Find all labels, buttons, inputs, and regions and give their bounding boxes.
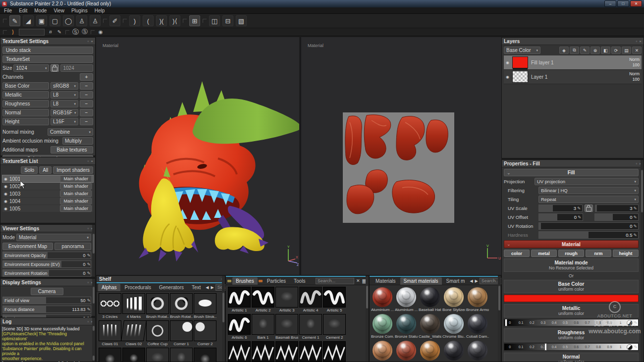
popout-icon[interactable]: ▫ — [87, 39, 89, 44]
scrollbar[interactable] — [641, 160, 644, 362]
shelf-item[interactable]: 4 Marks — [122, 293, 145, 319]
shelf-item[interactable]: Artistic 5 — [323, 287, 346, 313]
shelf-item[interactable]: Brush Strok.. — [194, 293, 216, 319]
viewer-mode-dropdown[interactable]: Material▾ — [16, 234, 91, 241]
projection-dropdown[interactable]: UV projection▾ — [535, 178, 639, 185]
layer-row[interactable]: ◉ Layer 1 Norm100 — [504, 70, 642, 84]
slider-handle[interactable] — [505, 319, 507, 326]
channel-format-dropdown[interactable]: L8▾ — [51, 100, 78, 107]
scrollbar[interactable] — [222, 276, 225, 362]
textureset-row[interactable]: ◉ 1001 Main shader — [2, 175, 93, 182]
channel-filter-dropdown[interactable]: Base Color▾ — [504, 47, 540, 54]
search-clear-icon[interactable]: ✕ — [355, 278, 361, 283]
shelf-item[interactable]: Corner 2 — [194, 320, 216, 347]
menu-view[interactable]: View — [54, 8, 64, 13]
tab-alphas[interactable]: Alphas — [98, 284, 120, 291]
shader-button[interactable]: Main shader — [60, 175, 92, 182]
log-output[interactable]: [Scene 3D] 3D scene successfully loaded … — [0, 325, 95, 362]
tab-tools[interactable]: Tools — [290, 277, 309, 285]
visibility-icon[interactable]: ◉ — [4, 184, 7, 189]
pencil-icon[interactable]: ✎ — [56, 29, 62, 35]
tab-materials[interactable]: Materials — [372, 277, 399, 285]
tab-particles[interactable]: Particles — [264, 277, 289, 285]
base-color-swatch[interactable] — [504, 295, 639, 302]
textureset-row[interactable]: ◉ 1002 Main shader — [2, 183, 93, 190]
all-button[interactable]: All — [39, 166, 52, 174]
layer-thumbnail[interactable] — [512, 56, 528, 68]
mask-arc-3-icon[interactable]: )( — [156, 15, 167, 26]
shelf-item[interactable]: Claws 02 — [122, 320, 145, 347]
tab-scroll-left-icon[interactable]: ◀ — [205, 285, 209, 290]
menu-plugins[interactable]: Plugins — [71, 8, 88, 13]
viewport-2d[interactable]: Material — [300, 37, 501, 275]
uv-scale-lock-icon[interactable] — [585, 205, 593, 212]
smart-material-icon[interactable]: ⟳ — [611, 47, 621, 54]
import-shaders-button[interactable]: Import shaders — [53, 166, 93, 174]
uv-offset-x-slider[interactable]: 0✎ — [538, 213, 583, 221]
focus-distance-slider[interactable]: Focus distance113.83✎ — [2, 306, 91, 313]
stroke-curve-icon[interactable]: ) — [10, 29, 16, 35]
title-bar[interactable]: S Substance Painter 2.2.0 - Untitled (Re… — [0, 0, 644, 7]
shelf-item[interactable]: Castle_Walls — [419, 313, 441, 339]
shelf-item[interactable] — [442, 340, 465, 361]
roughness-slider[interactable]: 00.10.20.30.40.50.60.70.80.91 ✎ — [504, 343, 639, 351]
shelf-item[interactable]: Bark 1 — [252, 314, 274, 340]
hardness-slider[interactable]: 0.5✎ — [538, 231, 639, 239]
field-of-view-slider[interactable]: Field of view50✎ — [2, 297, 91, 304]
shelf-item[interactable]: Bronze Com... — [371, 313, 394, 339]
remove-channel-button[interactable]: − — [80, 118, 93, 125]
popout-icon[interactable]: ▫ — [87, 280, 89, 285]
size-height-field[interactable]: 1024 — [60, 64, 93, 72]
camera-tab[interactable]: Camera — [31, 288, 63, 295]
textureset-button[interactable]: TextureSet — [2, 55, 93, 63]
layer-row[interactable]: ◉ Fill layer 1 Norm100 — [504, 55, 642, 70]
scrollbar[interactable] — [92, 318, 95, 362]
textureset-row[interactable]: ◉ 1005 Main shader — [2, 205, 93, 212]
channel-rough-button[interactable]: rough — [558, 250, 584, 257]
filtering-dropdown[interactable]: Bilinear | HQ▾ — [538, 187, 639, 194]
color-picker-icon[interactable] — [627, 344, 633, 350]
layer-thumbnail[interactable] — [512, 71, 528, 83]
tab-procedurals[interactable]: Procedurals — [121, 284, 155, 291]
tab-textures[interactable]: Text — [188, 284, 204, 291]
layer-blend-mode[interactable]: Norm — [629, 57, 640, 62]
shelf-item[interactable] — [252, 341, 274, 362]
polygon-fill-tool-icon[interactable]: ▢ — [50, 15, 60, 26]
material-mode-block[interactable]: Material mode No Resource Selected — [504, 259, 639, 272]
tab-brushes[interactable]: Brushes — [232, 277, 258, 285]
channel-format-dropdown[interactable]: L16F▾ — [51, 118, 78, 125]
remove-channel-button[interactable]: − — [80, 100, 93, 107]
brush-size-field[interactable] — [19, 29, 45, 36]
delete-layer-icon[interactable]: ✕ — [632, 47, 642, 54]
slider-handle[interactable] — [544, 343, 547, 351]
shelf-item[interactable]: Basmati Brush — [275, 314, 298, 340]
popout-icon[interactable]: ▫ — [636, 39, 637, 44]
paint-layer-icon[interactable]: ✎ — [580, 47, 590, 54]
shader-button[interactable]: Main shader — [60, 183, 92, 190]
textureset-row[interactable]: ◉ 1003 Main shader — [2, 190, 93, 197]
undo-stack-button[interactable]: Undo stack — [2, 47, 93, 54]
maximize-button[interactable]: □ — [617, 0, 629, 7]
environment-map-button[interactable]: Environment Map — [2, 243, 53, 250]
add-channel-button[interactable]: + — [80, 73, 93, 81]
add-layer-icon[interactable]: ⊕ — [590, 47, 600, 54]
shelf-item[interactable] — [419, 340, 441, 361]
textureset-row[interactable]: ◉ 1004 Main shader — [2, 198, 93, 205]
scrollbar[interactable] — [92, 279, 95, 316]
shelf-item[interactable] — [371, 340, 394, 361]
display-mode-icon[interactable]: ⊟ — [222, 15, 233, 26]
scrollbar[interactable] — [498, 276, 501, 362]
normal-mixing-dropdown[interactable]: Combine▾ — [48, 128, 93, 136]
visibility-icon[interactable]: ◉ — [4, 207, 7, 211]
color-picker-icon[interactable] — [627, 320, 633, 326]
shelf-item[interactable]: Coffee Cup — [146, 320, 169, 347]
tab-generators[interactable]: Generators — [156, 284, 187, 291]
scrollbar[interactable] — [366, 276, 369, 362]
perspective-grid-icon[interactable]: ⊞ — [189, 15, 200, 26]
mask-arc-2-icon[interactable]: ( — [143, 15, 154, 26]
shelf-item[interactable]: Artistic 1 — [228, 287, 251, 313]
visibility-icon[interactable]: ◉ — [4, 192, 7, 196]
shelf-item[interactable] — [275, 341, 298, 362]
shelf-item[interactable]: Bone Stylized — [442, 287, 465, 312]
shelf-item[interactable]: Cement 2 — [323, 314, 346, 340]
